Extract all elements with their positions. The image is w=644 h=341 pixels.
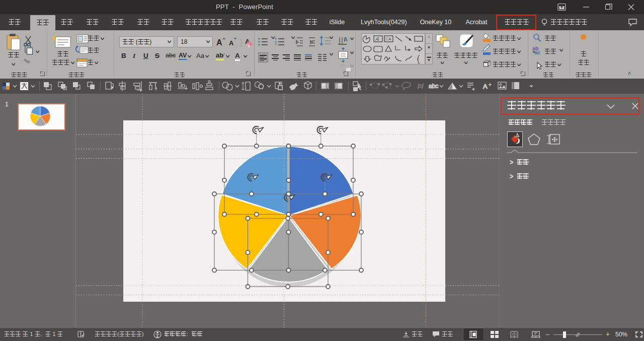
svg-text:A: A bbox=[216, 38, 222, 47]
svg-text:A: A bbox=[229, 39, 234, 47]
svg-text:A: A bbox=[375, 37, 378, 42]
svg-text:A: A bbox=[323, 84, 326, 89]
svg-text:A: A bbox=[483, 83, 488, 90]
svg-text:A: A bbox=[339, 84, 342, 89]
svg-text:A: A bbox=[388, 37, 391, 41]
svg-text:A: A bbox=[344, 36, 348, 42]
svg-text:abc: abc bbox=[429, 83, 438, 90]
